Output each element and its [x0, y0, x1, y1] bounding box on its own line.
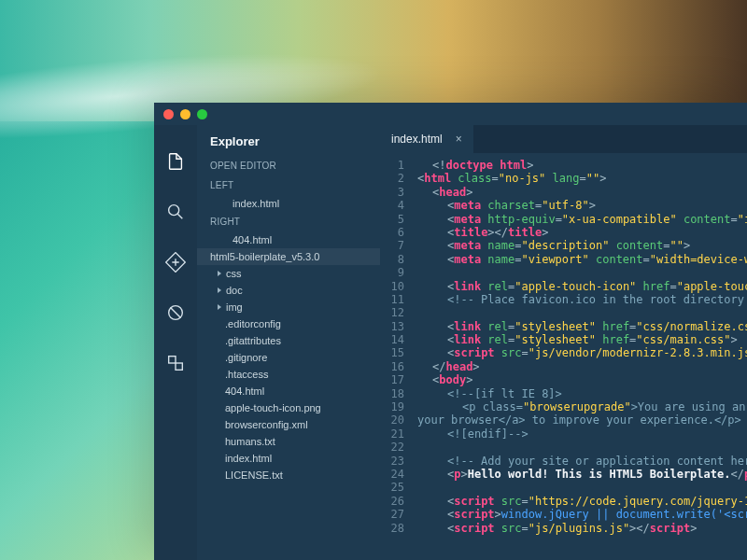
open-editor-label[interactable]: OPEN EDITOR: [197, 156, 380, 175]
svg-point-0: [169, 205, 179, 216]
minimize-traffic-light[interactable]: [180, 109, 190, 119]
tree-file[interactable]: LICENSE.txt: [197, 467, 380, 483]
close-icon[interactable]: ×: [456, 133, 462, 146]
editor-window: Explorer OPEN EDITOR LEFT index.html RIG…: [154, 103, 747, 560]
window-titlebar[interactable]: [154, 103, 747, 125]
open-editor-item[interactable]: 404.html: [197, 231, 380, 248]
source-control-icon[interactable]: [165, 252, 186, 276]
chevron-right-icon: [218, 271, 221, 276]
close-traffic-light[interactable]: [163, 109, 174, 119]
right-group-label[interactable]: RIGHT: [197, 212, 380, 231]
tree-file[interactable]: browserconfig.xml: [197, 416, 380, 433]
window-body: Explorer OPEN EDITOR LEFT index.html RIG…: [154, 125, 747, 560]
tree-folder[interactable]: doc: [197, 282, 380, 299]
svg-rect-3: [169, 357, 176, 363]
explorer-icon[interactable]: [165, 151, 186, 175]
line-gutter: 1234567891011121314151617181920212223242…: [380, 153, 412, 560]
tree-file[interactable]: .gitattributes: [197, 332, 380, 349]
tree-file[interactable]: 404.html: [197, 383, 380, 399]
tab-bar: index.html ×: [380, 125, 747, 153]
tab-label: index.html: [391, 133, 443, 146]
tree-file[interactable]: index.html: [197, 450, 380, 467]
extensions-icon[interactable]: [165, 353, 186, 377]
project-root[interactable]: html5-boilerplate_v5.3.0: [197, 248, 380, 265]
editor-pane: index.html × 123456789101112131415161718…: [380, 125, 747, 560]
chevron-right-icon: [218, 304, 221, 310]
svg-rect-4: [176, 363, 182, 370]
code-area[interactable]: 1234567891011121314151617181920212223242…: [380, 153, 747, 560]
tree-folder[interactable]: css: [197, 265, 380, 282]
tab-index-html[interactable]: index.html ×: [380, 125, 473, 153]
tree-file[interactable]: apple-touch-icon.png: [197, 399, 380, 416]
search-icon[interactable]: [165, 202, 186, 226]
tree-folder[interactable]: img: [197, 299, 380, 315]
sidebar: Explorer OPEN EDITOR LEFT index.html RIG…: [197, 125, 380, 560]
maximize-traffic-light[interactable]: [197, 109, 207, 119]
left-group-label[interactable]: LEFT: [197, 175, 380, 195]
chevron-right-icon: [218, 287, 221, 293]
tree-file[interactable]: .editorconfig: [197, 315, 380, 332]
sidebar-title: Explorer: [197, 125, 380, 156]
tree-file[interactable]: humans.txt: [197, 433, 380, 450]
open-editor-item[interactable]: index.html: [197, 195, 380, 212]
debug-icon[interactable]: [165, 302, 186, 327]
code-content[interactable]: <!doctype html><html class="no-js" lang=…: [412, 153, 747, 560]
activity-bar: [154, 125, 197, 560]
tree-file[interactable]: .gitignore: [197, 349, 380, 366]
tree-file[interactable]: .htaccess: [197, 366, 380, 383]
